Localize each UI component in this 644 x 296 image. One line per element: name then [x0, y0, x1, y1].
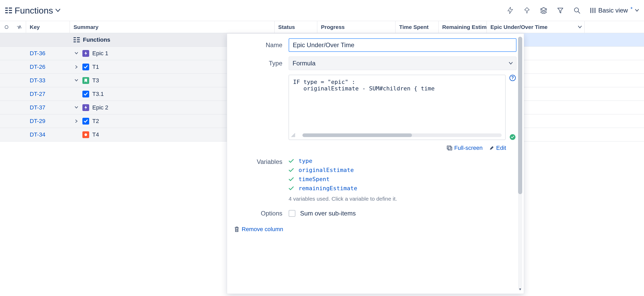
variables-hint: 4 variables used. Click a variable to de…: [289, 196, 397, 202]
unsaved-indicator-icon: *: [630, 6, 633, 12]
trash-icon: [234, 226, 239, 232]
column-header-remaining[interactable]: Remaining Estimate: [439, 21, 487, 33]
variable-name: remainingEstimate: [299, 185, 357, 192]
sum-over-checkbox[interactable]: [289, 210, 295, 217]
fullscreen-link[interactable]: Full-screen: [447, 145, 483, 151]
row-drag[interactable]: [13, 47, 26, 60]
filter-icon[interactable]: [557, 7, 564, 14]
row-drag[interactable]: [13, 87, 26, 101]
grid-header: Key Summary Status Progress Time Spent R…: [0, 21, 644, 33]
story-icon: [82, 77, 89, 84]
column-header-spacer: [585, 21, 644, 33]
svg-rect-0: [5, 8, 8, 9]
top-bar: Functions Basic view*: [0, 0, 644, 21]
epic-icon: [82, 50, 89, 57]
expander-right-icon[interactable]: [74, 64, 79, 70]
toolbar-actions: Basic view*: [507, 7, 639, 14]
row-key[interactable]: DT-27: [26, 87, 70, 101]
svg-rect-5: [9, 12, 12, 13]
row-rspacer: [508, 47, 644, 60]
variable-row[interactable]: type: [289, 158, 397, 164]
variable-name: timeSpent: [299, 176, 330, 182]
variable-row[interactable]: timeSpent: [289, 176, 397, 182]
row-drag[interactable]: [13, 33, 26, 46]
formula-textarea[interactable]: IF type = "epic" : originalEstimate - SU…: [289, 75, 506, 140]
remove-column-label: Remove column: [242, 226, 283, 233]
row-drag[interactable]: [13, 101, 26, 114]
svg-line-7: [578, 11, 580, 13]
column-header-progress[interactable]: Progress: [317, 21, 396, 33]
row-summary-text: T1: [92, 64, 99, 70]
remove-column-link[interactable]: Remove column: [234, 226, 517, 233]
valid-icon: [510, 134, 515, 140]
help-icon[interactable]: ?: [509, 75, 516, 81]
variable-name: originalEstimate: [299, 167, 354, 173]
svg-rect-14: [74, 41, 76, 42]
search-icon[interactable]: [573, 7, 581, 14]
layers-icon[interactable]: [540, 7, 547, 14]
pencil-icon: [489, 146, 494, 150]
select-all-column[interactable]: [0, 21, 13, 33]
row-selector[interactable]: [0, 87, 13, 101]
row-summary-text: T2: [92, 118, 99, 125]
row-selector[interactable]: [0, 74, 13, 87]
column-header-status[interactable]: Status: [274, 21, 317, 33]
svg-point-18: [84, 133, 87, 136]
row-key: [26, 33, 70, 46]
edit-link[interactable]: Edit: [489, 145, 506, 151]
scrollbar-thumb[interactable]: [518, 37, 522, 194]
fullscreen-label: Full-screen: [454, 145, 483, 151]
type-value: Formula: [293, 60, 315, 67]
row-selector[interactable]: [0, 128, 13, 141]
variable-row[interactable]: originalEstimate: [289, 167, 397, 173]
structure-icon: [74, 37, 80, 42]
row-key[interactable]: DT-33: [26, 74, 70, 87]
row-drag[interactable]: [13, 60, 26, 73]
resize-grip-icon[interactable]: [291, 133, 295, 137]
panel-scrollbar[interactable]: ▲ ▼: [518, 37, 522, 291]
expander-down-icon[interactable]: [74, 105, 79, 110]
row-key[interactable]: DT-36: [26, 47, 70, 60]
svg-rect-13: [74, 39, 76, 40]
row-key[interactable]: DT-26: [26, 60, 70, 73]
check-icon: [289, 186, 294, 190]
view-picker[interactable]: Basic view*: [590, 7, 639, 14]
scrollbar-thumb[interactable]: [302, 133, 412, 137]
row-drag[interactable]: [13, 114, 26, 128]
name-input[interactable]: [289, 38, 517, 52]
scroll-down-icon[interactable]: ▼: [518, 287, 522, 291]
row-selector[interactable]: [0, 60, 13, 73]
column-header-summary[interactable]: Summary: [70, 21, 274, 33]
row-selector[interactable]: [0, 101, 13, 114]
row-key[interactable]: DT-37: [26, 101, 70, 114]
row-selector[interactable]: [0, 114, 13, 128]
row-drag[interactable]: [13, 128, 26, 141]
row-drag[interactable]: [13, 74, 26, 87]
column-header-epic[interactable]: Epic Under/Over Time: [487, 21, 585, 33]
type-select[interactable]: Formula: [289, 57, 517, 70]
hierarchy-column[interactable]: [13, 21, 26, 33]
variables-list: typeoriginalEstimatetimeSpentremainingEs…: [289, 158, 397, 192]
formula-hscroll[interactable]: [302, 133, 502, 137]
svg-rect-2: [5, 12, 8, 13]
row-selector[interactable]: [0, 33, 13, 46]
type-label: Type: [234, 60, 284, 67]
row-summary-text: T3: [92, 77, 99, 84]
columns-icon: [590, 7, 596, 14]
expander-down-icon[interactable]: [74, 51, 79, 56]
variable-row[interactable]: remainingEstimate: [289, 185, 397, 192]
row-key[interactable]: DT-29: [26, 114, 70, 128]
column-header-key[interactable]: Key: [26, 21, 70, 33]
column-editor-panel: ▲ ▼ Name Type Formula IF type = "epic" :…: [227, 33, 524, 294]
row-selector[interactable]: [0, 47, 13, 60]
structure-title[interactable]: Functions: [5, 5, 60, 16]
row-key[interactable]: DT-34: [26, 128, 70, 141]
column-header-time-spent[interactable]: Time Spent: [396, 21, 439, 33]
expander-down-icon[interactable]: [74, 78, 79, 83]
svg-rect-19: [447, 146, 451, 149]
row-summary-text: Epic 1: [92, 50, 108, 57]
chevron-down-icon: [635, 9, 639, 12]
pin-icon[interactable]: [523, 7, 531, 14]
bolt-icon[interactable]: [507, 7, 514, 14]
expander-right-icon[interactable]: [74, 118, 79, 124]
